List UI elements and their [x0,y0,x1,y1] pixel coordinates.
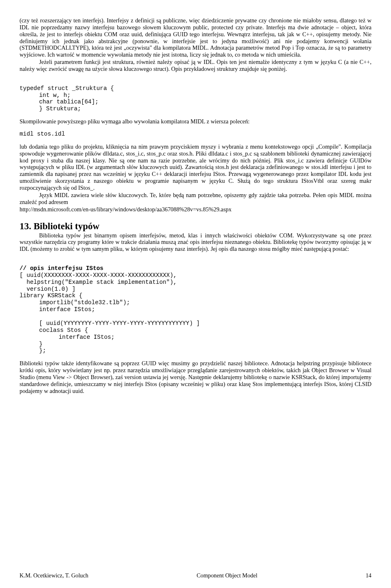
code-line: } Struktura; [20,105,81,112]
section-heading: 13. Biblioteki typów [20,221,371,232]
msdn-url: http://msdn.microsoft.com/en-us/library/… [20,206,371,213]
code-line: [ uuid(YYYYYYYY-YYYY-YYYY-YYYY-YYYYYYYYY… [20,320,200,327]
code-line: }; [20,347,46,354]
code-line: interface IStos; [20,306,95,313]
paragraph-3: Skompilowanie powyższego pliku wymaga al… [20,118,371,125]
paragraph-2: Jeżeli parametrem funkcji jest struktura… [20,59,371,72]
paragraph-6: Biblioteka typów jest binarnym opisem in… [20,232,371,253]
paragraph-4: lub dodania tego pliku do projektu, klik… [20,143,371,191]
code-line: library KSRStack { [20,292,82,299]
code-comment: // opis interfejsu IStos [20,265,103,272]
code-line: version(1.0) ] [20,286,75,292]
code-library: // opis interfejsu IStos [ uuid(XXXXXXXX… [20,258,371,354]
code-line: importlib("stdole32.tlb"); [20,299,130,306]
code-line: } [20,341,43,347]
code-midl: midl stos.idl [20,131,371,138]
code-line: helpstring("Example stack implementation… [20,279,177,285]
code-line: [ uuid(XXXXXXXX-XXXX-XXXX-XXXX-XXXXXXXXX… [20,272,177,279]
code-line: char tablica[64]; [20,99,99,105]
code-struct: typedef struct _Struktura { int w, h; ch… [20,78,371,112]
code-line: coclass Stos { [20,327,88,333]
code-line: typedef struct _Struktura { [20,85,114,92]
paragraph-5: Język MIDL zawiera wiele słów kluczowych… [20,192,371,206]
code-line: interface IStos; [20,334,114,340]
paragraph-1: (czy też rozszerzający ten interfejs). I… [20,17,371,58]
paragraph-7: Biblioteki typów także identyfikowane są… [20,360,371,394]
code-line: int w, h; [20,92,70,99]
